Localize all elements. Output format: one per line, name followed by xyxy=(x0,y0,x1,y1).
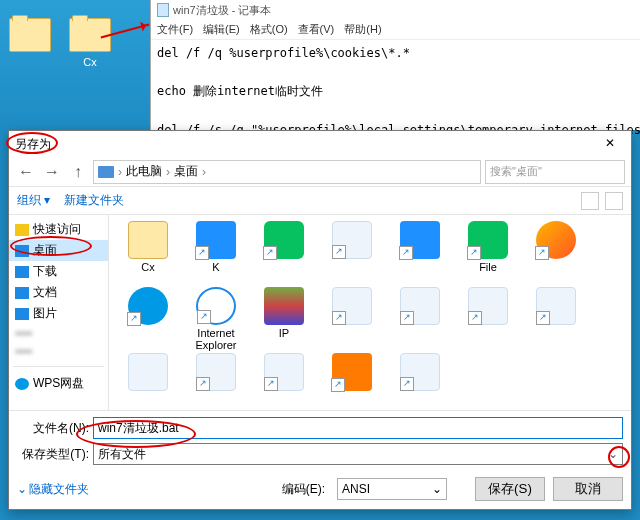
address-row: ← → ↑ › 此电脑 › 桌面 › 搜索"桌面" xyxy=(9,157,631,187)
sidebar-item-label: 桌面 xyxy=(33,242,57,259)
save-button[interactable]: 保存(S) xyxy=(475,477,545,501)
filename-label: 文件名(N): xyxy=(17,420,89,437)
desktop-folder-icon[interactable] xyxy=(0,18,60,56)
sidebar-item-blurred[interactable]: ▪▪▪▪ xyxy=(9,342,108,360)
dialog-body: 快速访问 桌面下载文档图片 ▪▪▪▪ ▪▪▪▪ WPS网盘 CxKFileInt… xyxy=(9,215,631,410)
encoding-combo[interactable]: ANSI ⌄ xyxy=(337,478,447,500)
breadcrumb-root[interactable]: 此电脑 xyxy=(126,163,162,180)
sidebar-item[interactable]: 图片 xyxy=(9,303,108,324)
button-row: ⌄ 隐藏文件夹 编码(E): ANSI ⌄ 保存(S) 取消 xyxy=(9,473,631,509)
menu-file[interactable]: 文件(F) xyxy=(157,22,193,37)
file-icon xyxy=(332,287,372,325)
file-label: Internet Explorer xyxy=(183,327,249,351)
file-item[interactable]: K xyxy=(183,221,249,283)
file-icon xyxy=(332,221,372,259)
encoding-label: 编码(E): xyxy=(282,481,325,498)
file-item[interactable]: Cx xyxy=(115,221,181,283)
notepad-window: win7清垃圾 - 记事本 文件(F) 编辑(E) 格式(O) 查看(V) 帮助… xyxy=(150,0,640,130)
notepad-icon xyxy=(157,3,169,17)
sidebar-item[interactable]: 下载 xyxy=(9,261,108,282)
file-item[interactable] xyxy=(251,221,317,283)
close-button[interactable]: ✕ xyxy=(595,134,625,154)
file-item[interactable] xyxy=(523,287,589,349)
file-item[interactable]: IP xyxy=(251,287,317,349)
file-item[interactable] xyxy=(387,221,453,283)
folder-icon xyxy=(15,308,29,320)
sidebar-item[interactable]: 桌面 xyxy=(9,240,108,261)
notepad-titlebar: win7清垃圾 - 记事本 xyxy=(151,0,640,20)
menu-edit[interactable]: 编辑(E) xyxy=(203,22,240,37)
search-placeholder: 搜索"桌面" xyxy=(490,164,542,179)
sidebar-item-label: 下载 xyxy=(33,263,57,280)
file-label: File xyxy=(455,261,521,273)
file-icon xyxy=(332,353,372,391)
chevron-down-icon: ⌄ xyxy=(17,482,27,496)
sidebar-quick-access[interactable]: 快速访问 xyxy=(9,219,108,240)
organize-button[interactable]: 组织 ▾ xyxy=(17,192,50,209)
file-item[interactable] xyxy=(523,221,589,283)
back-button[interactable]: ← xyxy=(15,161,37,183)
chevron-down-icon: ⌄ xyxy=(608,447,618,461)
file-item[interactable] xyxy=(455,287,521,349)
search-input[interactable]: 搜索"桌面" xyxy=(485,160,625,184)
sidebar-item[interactable]: 文档 xyxy=(9,282,108,303)
dialog-titlebar: 另存为 ✕ xyxy=(9,131,631,157)
file-label: Cx xyxy=(115,261,181,273)
view-icon[interactable] xyxy=(581,192,599,210)
file-item[interactable] xyxy=(183,353,249,410)
forward-button[interactable]: → xyxy=(41,161,63,183)
file-item[interactable] xyxy=(387,287,453,349)
file-item[interactable] xyxy=(319,221,385,283)
pc-icon xyxy=(98,166,114,178)
notepad-menubar: 文件(F) 编辑(E) 格式(O) 查看(V) 帮助(H) xyxy=(151,20,640,40)
file-label: K xyxy=(183,261,249,273)
file-item[interactable] xyxy=(115,353,181,410)
sidebar-label: WPS网盘 xyxy=(33,375,84,392)
file-icon xyxy=(400,221,440,259)
folder-icon xyxy=(15,245,29,257)
file-icon xyxy=(400,353,440,391)
file-item[interactable]: File xyxy=(455,221,521,283)
address-bar[interactable]: › 此电脑 › 桌面 › xyxy=(93,160,481,184)
file-item[interactable] xyxy=(115,287,181,349)
folder-icon xyxy=(15,266,29,278)
sidebar-item-blurred[interactable]: ▪▪▪▪ xyxy=(9,324,108,342)
file-icon xyxy=(264,353,304,391)
file-item[interactable] xyxy=(251,353,317,410)
up-button[interactable]: ↑ xyxy=(67,161,89,183)
file-icon xyxy=(536,221,576,259)
file-icon xyxy=(264,287,304,325)
breadcrumb-chev: › xyxy=(202,165,206,179)
file-icon xyxy=(196,221,236,259)
file-icon xyxy=(264,221,304,259)
filetype-label: 保存类型(T): xyxy=(17,446,89,463)
file-icon xyxy=(468,221,508,259)
menu-help[interactable]: 帮助(H) xyxy=(344,22,381,37)
filename-input[interactable] xyxy=(93,417,623,439)
file-icon xyxy=(400,287,440,325)
sidebar-wps[interactable]: WPS网盘 xyxy=(9,373,108,394)
menu-view[interactable]: 查看(V) xyxy=(298,22,335,37)
breadcrumb-folder[interactable]: 桌面 xyxy=(174,163,198,180)
file-icon xyxy=(128,221,168,259)
file-icon xyxy=(196,287,236,325)
file-item[interactable] xyxy=(319,287,385,349)
file-item[interactable] xyxy=(387,353,453,410)
desktop-folder-icon[interactable]: Cx xyxy=(60,18,120,68)
cancel-button[interactable]: 取消 xyxy=(553,477,623,501)
desktop-icon-label: Cx xyxy=(83,56,96,68)
chevron-down-icon: ⌄ xyxy=(432,482,442,496)
menu-format[interactable]: 格式(O) xyxy=(250,22,288,37)
file-item[interactable] xyxy=(319,353,385,410)
file-grid[interactable]: CxKFileInternet ExplorerIP xyxy=(109,215,631,410)
help-icon[interactable] xyxy=(605,192,623,210)
file-item[interactable]: Internet Explorer xyxy=(183,287,249,349)
breadcrumb-sep: › xyxy=(118,165,122,179)
hide-folders-link[interactable]: ⌄ 隐藏文件夹 xyxy=(17,481,89,498)
file-label: IP xyxy=(251,327,317,339)
new-folder-button[interactable]: 新建文件夹 xyxy=(64,192,124,209)
filetype-combo[interactable]: 所有文件 ⌄ xyxy=(93,443,623,465)
breadcrumb-sep: › xyxy=(166,165,170,179)
encoding-value: ANSI xyxy=(342,482,370,496)
sidebar-item-label: 图片 xyxy=(33,305,57,322)
